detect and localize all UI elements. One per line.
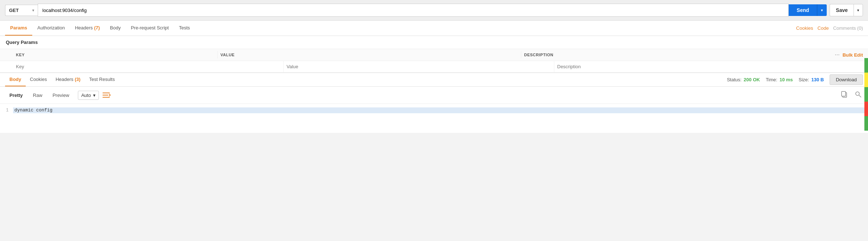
scrollbar-green-3: [864, 116, 868, 131]
search-button[interactable]: [854, 90, 863, 101]
header-value: VALUE: [217, 51, 521, 58]
send-button[interactable]: Send: [789, 4, 817, 16]
download-button[interactable]: Download: [830, 74, 863, 85]
tab-tests[interactable]: Tests: [174, 21, 195, 36]
description-input[interactable]: [554, 61, 825, 72]
resp-tab-headers[interactable]: Headers (3): [51, 73, 85, 86]
body-right-icons: [840, 90, 863, 101]
time-value: 10 ms: [780, 77, 793, 82]
key-input[interactable]: [13, 61, 283, 72]
method-select[interactable]: GET ▾: [5, 5, 38, 16]
save-dropdown[interactable]: ▾: [854, 4, 863, 16]
resp-tab-cookies[interactable]: Cookies: [26, 73, 51, 86]
line-number-1: 1: [0, 107, 13, 113]
query-params-title: Query Params: [0, 36, 868, 49]
scrollbar-green-2: [864, 87, 868, 102]
dots-menu-button[interactable]: ···: [835, 52, 839, 58]
time-label: Time:: [766, 77, 777, 82]
status-label: Status:: [727, 77, 741, 82]
size-label: Size:: [799, 77, 809, 82]
right-tabs: Cookies Code Comments (0): [796, 25, 863, 31]
body-toolbar: Pretty Raw Preview Auto ▾: [0, 87, 868, 104]
time-group: Time: 10 ms: [766, 77, 793, 82]
request-tabs: Params Authorization Headers (7) Body Pr…: [0, 21, 868, 36]
header-description: DESCRIPTION: [521, 51, 825, 58]
right-tab-comments[interactable]: Comments (0): [833, 25, 863, 31]
method-label: GET: [9, 8, 19, 13]
value-input[interactable]: [283, 61, 554, 72]
method-chevron: ▾: [32, 8, 34, 12]
scrollbar[interactable]: [864, 58, 868, 131]
status-value: 200 OK: [744, 77, 760, 82]
save-button[interactable]: Save: [830, 4, 854, 16]
auto-chevron: ▾: [93, 93, 96, 98]
svg-point-5: [856, 92, 859, 95]
tab-params[interactable]: Params: [5, 21, 32, 36]
svg-rect-4: [842, 91, 846, 96]
size-group: Size: 130 B: [799, 77, 824, 82]
tab-body[interactable]: Body: [105, 21, 126, 36]
auto-select[interactable]: Auto ▾: [78, 91, 99, 100]
copy-button[interactable]: [840, 90, 849, 101]
line-content-1: dynamic config: [13, 107, 868, 113]
send-button-group: Send ▾: [789, 4, 827, 16]
header-actions: ··· Bulk Edit: [825, 52, 868, 58]
send-dropdown[interactable]: ▾: [817, 4, 827, 16]
header-key: KEY: [13, 51, 217, 58]
scrollbar-red: [864, 102, 868, 116]
wrap-icon[interactable]: [103, 92, 110, 98]
resp-tab-body[interactable]: Body: [5, 73, 26, 86]
preview-button[interactable]: Preview: [48, 91, 74, 100]
tab-authorization[interactable]: Authorization: [32, 21, 70, 36]
code-line-1: 1 dynamic config: [0, 107, 868, 113]
status-group: Status: 200 OK: [727, 77, 760, 82]
table-header: KEY VALUE DESCRIPTION ··· Bulk Edit: [0, 49, 868, 61]
top-bar: GET ▾ Send ▾ Save ▾: [0, 0, 868, 21]
auto-label: Auto: [81, 93, 91, 98]
tab-headers[interactable]: Headers (7): [70, 21, 105, 36]
resp-tab-test-results[interactable]: Test Results: [85, 73, 119, 86]
code-area: 1 dynamic config: [0, 104, 868, 133]
tab-prerequest[interactable]: Pre-request Script: [126, 21, 174, 36]
right-tab-cookies[interactable]: Cookies: [796, 25, 813, 31]
raw-button[interactable]: Raw: [29, 91, 47, 100]
table-row: [0, 61, 868, 73]
scrollbar-green: [864, 58, 868, 73]
pretty-button[interactable]: Pretty: [5, 91, 27, 100]
size-value: 130 B: [811, 77, 824, 82]
save-button-group: Save ▾: [830, 4, 863, 16]
scrollbar-yellow: [864, 73, 868, 87]
svg-rect-2: [103, 97, 110, 98]
right-tab-code[interactable]: Code: [818, 25, 829, 31]
bulk-edit-button[interactable]: Bulk Edit: [843, 52, 863, 58]
params-table: KEY VALUE DESCRIPTION ··· Bulk Edit: [0, 49, 868, 73]
svg-rect-1: [103, 95, 108, 95]
url-input[interactable]: [38, 4, 789, 17]
svg-line-6: [859, 95, 861, 97]
svg-rect-0: [103, 93, 110, 93]
response-tabs: Body Cookies Headers (3) Test Results St…: [0, 73, 868, 87]
response-meta: Status: 200 OK Time: 10 ms Size: 130 B D…: [727, 74, 863, 85]
